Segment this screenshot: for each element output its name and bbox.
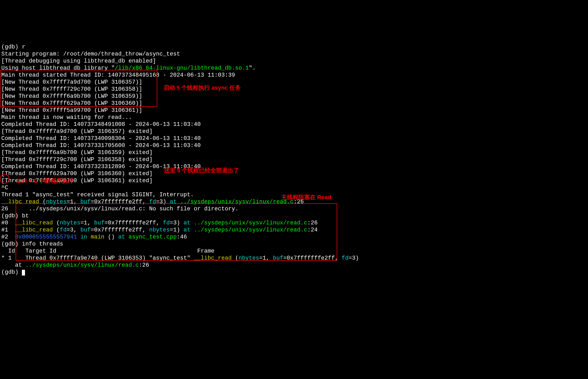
using-host-post: ". [249, 65, 256, 71]
t1-fd: fd [342, 255, 348, 261]
thread-exit-2: [Thread 0x7ffff6a9b700 (LWP 3106359) exi… [1, 149, 153, 156]
gdb-prompt-run: (gdb) r [1, 44, 25, 50]
thread-exit-3: [Thread 0x7ffff729c700 (LWP 3106358) exi… [1, 156, 153, 163]
box-new-threads [1, 70, 157, 107]
annotation-start-threads: 启动 5 个线程执行 async 任务 [164, 84, 241, 91]
thread-db-enabled: [Thread debugging using libthread_db ena… [1, 58, 156, 64]
thread-exit-4: [Thread 0x7ffff629a700 (LWP 3106360) exi… [1, 170, 153, 177]
cursor-icon [22, 270, 25, 276]
annotation-ctrlc: Ctrl + C 中断程序执行 [17, 177, 73, 184]
annotation-exited: 这里 5 个线程已经全部退出了 [164, 167, 239, 174]
gdb-end: (gdb) [1, 269, 22, 276]
bottom-path: ../sysdeps/unix/sysv/linux/read.c [25, 262, 139, 268]
box-backtrace [16, 203, 337, 261]
frame1-num: #1 [1, 227, 15, 233]
ctrl-c: ^C [1, 185, 8, 191]
new-thread-5: [New Thread 0x7ffff5a99700 (LWP 3106361)… [1, 107, 142, 114]
c26c: :26 [139, 262, 149, 268]
terminal-window[interactable]: (gdb) r Starting program: /root/demo/thr… [0, 35, 588, 379]
circle-ctrlc [0, 174, 9, 184]
at-bottom: at [1, 262, 25, 268]
eq3d: =3) [348, 255, 362, 261]
sigint-line: Thread 1 "async_test" received signal SI… [1, 192, 194, 198]
frame2-num: #2 [1, 234, 15, 240]
annotation-blocked-read: 主线程阻塞在 Read [281, 194, 331, 201]
frame0-num: #0 [1, 220, 15, 226]
completed-3: Completed Thread ID: 140737331705600 - 2… [1, 142, 201, 149]
starting-program: Starting program: /root/demo/thread_thro… [1, 51, 180, 57]
completed-2: Completed Thread ID: 140737340098304 - 2… [1, 135, 201, 142]
completed-1: Completed Thread ID: 140737348491008 - 2… [1, 121, 201, 128]
thread-exit-1: [Thread 0x7ffff7a9d700 (LWP 3106357) exi… [1, 128, 153, 135]
main-waiting: Main thread is now waiting for read... [1, 114, 132, 121]
